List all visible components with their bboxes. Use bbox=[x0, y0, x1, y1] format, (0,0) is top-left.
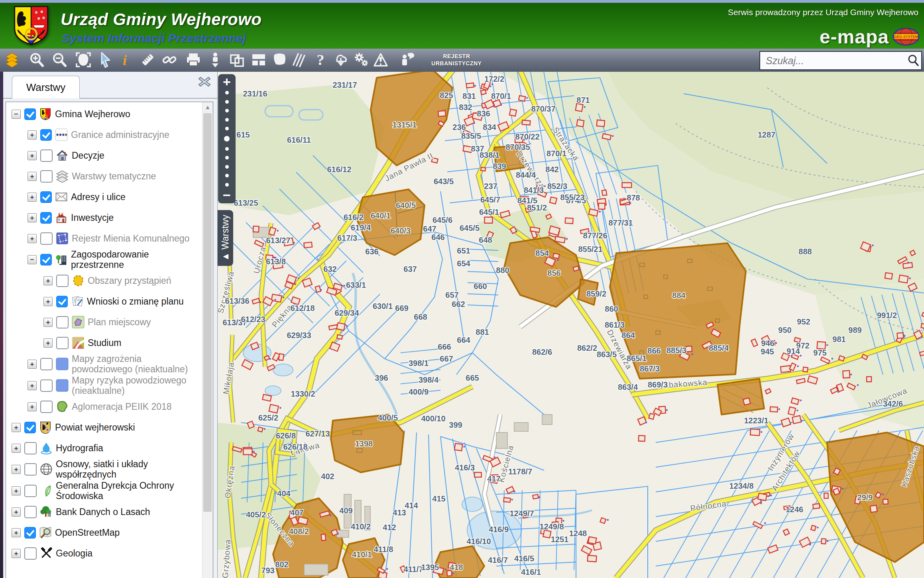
comment-icon[interactable] bbox=[271, 51, 288, 69]
layer-checkbox[interactable] bbox=[40, 170, 53, 183]
settings-gears-icon[interactable] bbox=[352, 51, 370, 69]
hatch-icon[interactable] bbox=[291, 51, 308, 69]
zoom-level-current-dot[interactable] bbox=[224, 136, 230, 142]
expander-plus-icon[interactable]: + bbox=[28, 130, 37, 140]
expander-plus-icon[interactable]: + bbox=[12, 549, 21, 558]
layer-label[interactable]: Studium bbox=[88, 338, 121, 348]
zoom-level-dot[interactable] bbox=[225, 147, 229, 151]
layer-label[interactable]: Generalna Dyrekcja Ochrony Środowiska bbox=[56, 480, 187, 501]
expander-plus-icon[interactable]: + bbox=[43, 318, 53, 327]
layer-checkbox[interactable] bbox=[40, 358, 53, 370]
zoom-in-button[interactable]: + bbox=[223, 74, 231, 90]
layer-label[interactable]: Aglomeracja PEIIK 2018 bbox=[72, 401, 172, 412]
layer-label[interactable]: Inwestycje bbox=[71, 212, 114, 223]
layers-panel-collapse-tab[interactable]: ▲ Warstwy bbox=[217, 210, 233, 266]
download-cloud-icon[interactable] bbox=[332, 51, 350, 69]
layer-checkbox[interactable] bbox=[56, 337, 69, 349]
zoom-level-dot[interactable] bbox=[225, 91, 229, 94]
rejestr-urbanistyczny-button[interactable]: REJESTR URBANISTYCZNY bbox=[422, 53, 491, 67]
expander-plus-icon[interactable]: + bbox=[12, 423, 21, 432]
panel-close-icon[interactable] bbox=[197, 75, 212, 88]
warning-icon[interactable] bbox=[372, 51, 389, 69]
print-icon[interactable] bbox=[185, 51, 202, 69]
layer-checkbox[interactable] bbox=[56, 316, 69, 328]
layer-checkbox[interactable] bbox=[56, 296, 68, 307]
expander-plus-icon[interactable]: + bbox=[12, 507, 21, 517]
layer-label[interactable]: Osnowy, siatki i układy współrzędnych bbox=[56, 459, 187, 480]
zoom-out-icon[interactable] bbox=[51, 51, 68, 69]
layer-checkbox[interactable] bbox=[40, 379, 53, 392]
measure-icon[interactable] bbox=[139, 51, 157, 69]
layer-label[interactable]: Wnioski o zmianę planu bbox=[87, 296, 184, 307]
street-view-icon[interactable] bbox=[206, 51, 224, 69]
map-canvas[interactable]: Jana Pawła IIStrażackaDrzewiarzaDrzewiar… bbox=[217, 72, 924, 578]
layer-label[interactable]: Powiat wejherowski bbox=[55, 422, 135, 433]
full-extent-icon[interactable] bbox=[75, 51, 92, 69]
zoom-out-button[interactable]: − bbox=[223, 187, 231, 203]
layer-checkbox[interactable] bbox=[24, 442, 37, 454]
layer-label[interactable]: OpenStreetMap bbox=[55, 527, 120, 538]
zoom-in-icon[interactable] bbox=[28, 51, 45, 69]
layer-label[interactable]: Granice administracyjne bbox=[71, 130, 169, 140]
zoom-level-dot[interactable] bbox=[225, 174, 229, 177]
expander-plus-icon[interactable]: + bbox=[28, 151, 37, 160]
layer-label[interactable]: Mapy ryzyka powodziowego (nieaktualne) bbox=[72, 375, 200, 396]
expander-plus-icon[interactable]: + bbox=[28, 381, 37, 390]
layer-label[interactable]: Warstwy tematyczne bbox=[72, 171, 156, 181]
layer-checkbox[interactable] bbox=[40, 129, 52, 141]
compare-windows-icon[interactable] bbox=[228, 51, 246, 69]
layer-checkbox[interactable] bbox=[24, 108, 36, 120]
zoom-level-dot[interactable] bbox=[225, 109, 229, 112]
zoom-level-dot[interactable] bbox=[225, 183, 229, 187]
tab-warstwy[interactable]: Warstwy bbox=[12, 76, 80, 98]
scrollbar-up-arrow-icon[interactable]: ▲ bbox=[202, 102, 213, 112]
layer-label[interactable]: Hydrografia bbox=[56, 443, 103, 453]
layers-icon[interactable] bbox=[3, 51, 21, 69]
expander-plus-icon[interactable]: + bbox=[12, 528, 21, 537]
expander-plus-icon[interactable]: + bbox=[28, 193, 37, 202]
zoom-level-dot[interactable] bbox=[225, 156, 229, 159]
layer-label[interactable]: Zagospodarowanie przestrzenne bbox=[71, 249, 200, 270]
help-icon[interactable]: ? bbox=[312, 51, 329, 69]
layer-checkbox[interactable] bbox=[24, 506, 37, 518]
layer-label[interactable]: Plan miejscowy bbox=[88, 317, 151, 327]
panel-scrollbar[interactable]: ▲ bbox=[202, 102, 213, 578]
layer-checkbox[interactable] bbox=[40, 149, 53, 162]
expander-plus-icon[interactable]: + bbox=[28, 234, 37, 243]
layer-checkbox[interactable] bbox=[40, 254, 52, 265]
layer-label[interactable]: Bank Danych o Lasach bbox=[56, 507, 150, 517]
layer-checkbox[interactable] bbox=[24, 422, 36, 433]
expander-plus-icon[interactable]: + bbox=[12, 465, 21, 474]
expander-plus-icon[interactable]: + bbox=[43, 297, 53, 306]
expander-plus-icon[interactable]: + bbox=[28, 172, 37, 181]
expander-plus-icon[interactable]: + bbox=[12, 444, 21, 453]
layer-checkbox[interactable] bbox=[56, 275, 69, 287]
info-icon[interactable]: i bbox=[116, 51, 134, 69]
layer-checkbox[interactable] bbox=[24, 485, 37, 497]
expander-plus-icon[interactable]: + bbox=[43, 338, 53, 348]
layer-checkbox[interactable] bbox=[24, 527, 36, 539]
layer-checkbox[interactable] bbox=[24, 547, 37, 560]
select-arrow-icon[interactable] bbox=[96, 51, 114, 69]
layer-checkbox[interactable] bbox=[40, 191, 52, 203]
layer-label[interactable]: Rejestr Mienia Komunalnego bbox=[72, 233, 189, 244]
expander-minus-icon[interactable]: − bbox=[28, 255, 37, 264]
zoom-level-dot[interactable] bbox=[225, 127, 229, 130]
search-icon[interactable] bbox=[905, 53, 921, 69]
layer-checkbox[interactable] bbox=[40, 401, 53, 413]
feedback-person-icon[interactable] bbox=[399, 51, 416, 69]
layer-label[interactable]: Obszary przystąpień bbox=[88, 275, 171, 286]
expander-plus-icon[interactable]: + bbox=[43, 276, 53, 285]
search-input[interactable] bbox=[760, 55, 905, 67]
zoom-level-dot[interactable] bbox=[225, 118, 229, 122]
layout-panels-icon[interactable] bbox=[250, 51, 267, 69]
layer-label[interactable]: Decyzje bbox=[72, 150, 104, 161]
expander-minus-icon[interactable]: − bbox=[12, 110, 21, 119]
layer-checkbox[interactable] bbox=[40, 212, 52, 224]
layer-label[interactable]: Mapy zagrożenia powodziowego (nieaktualn… bbox=[72, 354, 200, 374]
zoom-level-dot[interactable] bbox=[225, 100, 229, 104]
link-icon[interactable] bbox=[161, 51, 178, 69]
expander-plus-icon[interactable]: + bbox=[28, 213, 37, 222]
expander-plus-icon[interactable]: + bbox=[28, 402, 37, 411]
layer-label[interactable]: Adresy i ulice bbox=[71, 192, 126, 202]
